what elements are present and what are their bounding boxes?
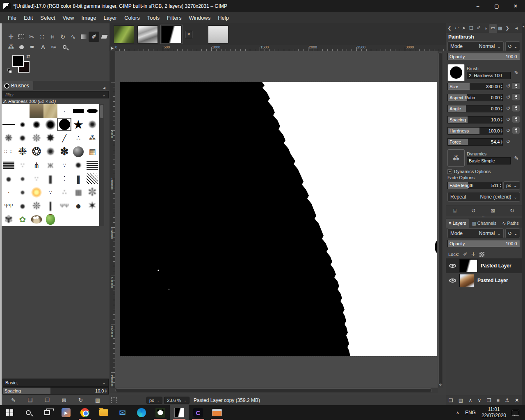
- brush-item[interactable]: [16, 158, 30, 172]
- duplicate-brush-icon[interactable]: ❐: [45, 397, 50, 403]
- brush-item[interactable]: [85, 172, 99, 185]
- menu-windows[interactable]: Windows: [185, 13, 214, 23]
- search-icon[interactable]: [19, 405, 38, 420]
- palettes-icon[interactable]: ◑: [482, 24, 489, 33]
- layer-mode-select[interactable]: Mode Normal ⌄: [447, 228, 504, 238]
- brush-item[interactable]: [2, 212, 16, 226]
- brush-item[interactable]: [2, 131, 16, 145]
- select-by-color-tool-icon[interactable]: ∷: [37, 32, 47, 42]
- brush-item[interactable]: [2, 145, 16, 158]
- spinner-icon[interactable]: ▴▾: [501, 139, 502, 144]
- layer-opacity-slider[interactable]: Opacity 100.0 ▴▾: [447, 240, 520, 247]
- brush-item[interactable]: [71, 185, 85, 199]
- new-layer-icon[interactable]: ❏: [449, 397, 453, 403]
- foreground-color-swatch[interactable]: [12, 55, 24, 67]
- start-button[interactable]: [0, 405, 19, 420]
- selection-editor-icon[interactable]: ▩: [497, 24, 504, 33]
- lock-paint-icon[interactable]: ✐: [463, 251, 467, 257]
- brush-item[interactable]: [16, 118, 30, 131]
- menu-file[interactable]: File: [4, 13, 20, 23]
- device-status-icon[interactable]: ➤: [460, 24, 468, 33]
- task-view-icon[interactable]: [38, 405, 57, 420]
- brush-item[interactable]: [2, 158, 16, 172]
- brush-item[interactable]: [71, 118, 85, 131]
- reset-aspect-icon[interactable]: ↺: [504, 94, 512, 100]
- reset-hardness-icon[interactable]: ↺: [504, 128, 512, 133]
- brush-item[interactable]: [71, 145, 85, 158]
- spinner-icon[interactable]: ▴▾: [105, 388, 107, 393]
- fade-length-slider[interactable]: Fade length 511 ▴▾: [447, 182, 502, 189]
- scroll-right-icon[interactable]: ❯: [504, 24, 511, 33]
- brush-item[interactable]: [2, 185, 16, 199]
- brush-item[interactable]: [85, 158, 99, 172]
- paintbrush-tool-icon[interactable]: ✐: [89, 32, 99, 42]
- vertical-ruler[interactable]: 500 1000 1500 2000 2500 3000: [110, 51, 115, 388]
- brush-item[interactable]: [30, 212, 43, 226]
- edit-dynamics-icon[interactable]: ✎: [513, 155, 520, 161]
- brush-item[interactable]: [71, 104, 85, 118]
- spinner-icon[interactable]: ▴▾: [501, 117, 502, 122]
- brush-item[interactable]: [43, 185, 57, 199]
- menu-select[interactable]: Select: [37, 13, 59, 23]
- quick-mask-toggle-icon[interactable]: [111, 397, 117, 403]
- brush-filter-input[interactable]: filter ⌄: [2, 91, 109, 98]
- notification-center-icon[interactable]: [512, 410, 519, 415]
- spinner-icon[interactable]: ▴▾: [501, 128, 502, 133]
- mode-reset-button[interactable]: ↺ ⌄: [505, 41, 520, 51]
- nikon-app-icon[interactable]: C: [189, 405, 208, 420]
- reset-force-icon[interactable]: ↺: [504, 139, 512, 144]
- brush-item[interactable]: [43, 158, 57, 172]
- brush-grid-scrollbar[interactable]: [99, 104, 104, 226]
- fade-unit-select[interactable]: px ⌄: [503, 181, 520, 189]
- brush-item[interactable]: [85, 118, 99, 131]
- edit-brush-icon[interactable]: ✎: [513, 70, 520, 76]
- chrome-icon[interactable]: [75, 405, 94, 420]
- tool-presets-icon[interactable]: ↩: [453, 24, 461, 33]
- delete-layer-icon[interactable]: ✕: [515, 397, 519, 403]
- brush-item[interactable]: [57, 158, 71, 172]
- brush-item[interactable]: [30, 131, 43, 145]
- scroll-left-icon[interactable]: ❮: [446, 24, 453, 33]
- tab-layers[interactable]: ≡Layers: [446, 219, 469, 228]
- zoom-select[interactable]: 23.6 % ⌄: [164, 397, 189, 404]
- move-tool-icon[interactable]: ✛: [6, 32, 16, 42]
- brush-item[interactable]: [57, 145, 71, 158]
- spinner-icon[interactable]: ▴▾: [501, 84, 502, 89]
- clock[interactable]: 11:01 22/07/2020: [482, 406, 506, 419]
- angle-slider[interactable]: Angle 0.00 ▴▾: [447, 105, 503, 112]
- size-slider[interactable]: Size 330.00 ▴▾: [447, 83, 503, 90]
- refresh-brushes-icon[interactable]: ↻: [78, 397, 83, 403]
- brush-item[interactable]: [30, 199, 43, 212]
- tool-options-icon[interactable]: ▭: [489, 24, 497, 33]
- brush-item[interactable]: [71, 172, 85, 185]
- gradient-tool-icon[interactable]: [78, 32, 89, 42]
- merge-layer-icon[interactable]: ≡: [497, 397, 500, 403]
- dynamics-thumbnail[interactable]: ⁂: [447, 149, 465, 167]
- lower-layer-icon[interactable]: ∨: [478, 397, 482, 403]
- language-indicator[interactable]: ENG: [465, 410, 476, 415]
- opacity-slider[interactable]: Opacity 100.0 ▴▾: [447, 53, 520, 60]
- brush-item[interactable]: [71, 131, 85, 145]
- brush-item[interactable]: [57, 199, 71, 212]
- brush-item[interactable]: [16, 131, 30, 145]
- delete-brush-icon[interactable]: ⊠: [62, 397, 66, 403]
- edit-brush-icon[interactable]: ✎: [11, 397, 16, 403]
- layer-thumbnail-mask[interactable]: [459, 259, 477, 272]
- menu-layer[interactable]: Layer: [100, 13, 121, 23]
- brushes-dialog-icon[interactable]: ✐: [475, 24, 482, 33]
- brush-item-selected[interactable]: [57, 118, 71, 131]
- brush-item[interactable]: [43, 199, 57, 212]
- menu-colors[interactable]: Colors: [121, 13, 144, 23]
- brush-item[interactable]: [57, 131, 71, 145]
- smudge-tool-icon[interactable]: ∿: [68, 32, 78, 42]
- menu-edit[interactable]: Edit: [20, 13, 37, 23]
- brush-item[interactable]: [57, 185, 71, 199]
- visibility-eye-icon[interactable]: [449, 264, 456, 268]
- brush-item[interactable]: [85, 104, 99, 118]
- lock-alpha-icon[interactable]: [479, 252, 484, 257]
- link-spacing-button[interactable]: [512, 116, 520, 123]
- brush-item[interactable]: [16, 185, 30, 199]
- repeat-select[interactable]: Repeat None (extend) ⌄: [447, 192, 520, 202]
- media-player-icon[interactable]: ▶: [57, 405, 75, 420]
- brush-value[interactable]: 2. Hardness 100: [467, 72, 511, 79]
